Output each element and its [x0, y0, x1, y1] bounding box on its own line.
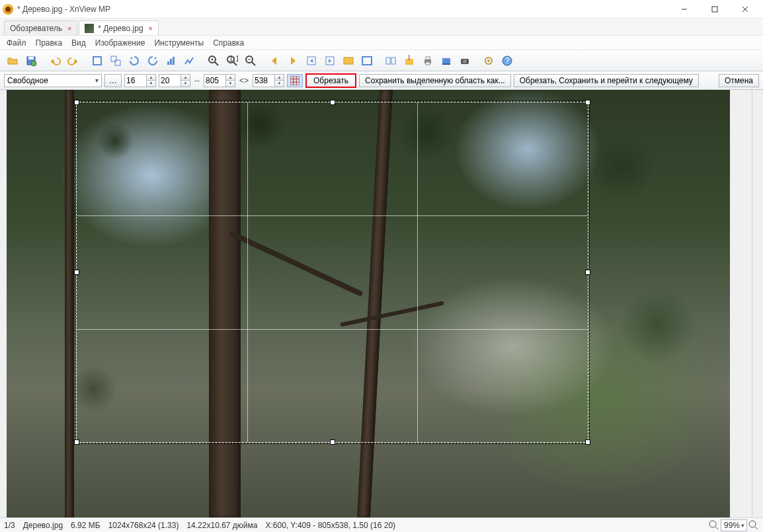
resize-handle[interactable] [585, 439, 590, 445]
save-selection-button[interactable]: Сохранить выделенную область как... [359, 74, 511, 87]
save-button[interactable] [22, 52, 40, 69]
svg-rect-42 [290, 76, 300, 85]
redo-button[interactable] [65, 52, 82, 69]
minimize-button[interactable] [669, 0, 700, 19]
titlebar: * Дерево.jpg - XnView MP [0, 0, 763, 19]
resize-handle[interactable] [74, 439, 79, 445]
levels-button[interactable] [163, 52, 180, 69]
swap-button[interactable]: <> [238, 76, 250, 85]
fullscreen-button[interactable] [358, 52, 376, 69]
menu-image[interactable]: Изображение [95, 38, 145, 48]
crop-button[interactable] [89, 52, 106, 69]
zoom-out-icon[interactable] [709, 520, 719, 531]
auto-levels-button[interactable] [181, 52, 198, 69]
crop-selection[interactable] [76, 102, 588, 443]
zoom-out-button[interactable] [242, 52, 259, 69]
tab-label: Обозреватель [10, 24, 62, 33]
resize-handle[interactable] [74, 100, 79, 105]
status-index: 1/3 [4, 521, 15, 530]
help-button[interactable]: ? [499, 52, 516, 69]
crop-save-next-button[interactable]: Обрезать, Сохранить и перейти к следующе… [514, 74, 699, 87]
resize-button[interactable] [107, 52, 124, 69]
crop-mode-value: Свободное [7, 76, 48, 85]
svg-rect-12 [173, 57, 175, 65]
crop-toolbar: Свободное … ▲▼ ▲▼ -- ▲▼ <> ▲▼ Обрезать С… [0, 71, 763, 90]
resize-handle[interactable] [74, 270, 79, 275]
svg-point-47 [709, 521, 716, 527]
statusbar: 1/3 Дерево.jpg 6.92 МБ 1024x768x24 (1.33… [0, 517, 763, 532]
rotate-left-button[interactable] [126, 52, 143, 69]
prev-image-button[interactable] [266, 52, 283, 69]
zoom-controls: 99% [709, 519, 759, 531]
maximize-button[interactable] [700, 0, 730, 19]
menu-tools[interactable]: Инструменты [154, 38, 204, 48]
grid-toggle-button[interactable] [287, 74, 303, 87]
svg-text:T: T [407, 55, 412, 62]
crop-mode-combo[interactable]: Свободное [4, 74, 102, 87]
zoom-in-icon[interactable] [748, 520, 759, 531]
resize-handle[interactable] [330, 439, 335, 445]
scan-button[interactable] [438, 52, 455, 69]
rotate-right-button[interactable] [144, 52, 161, 69]
zoom-100-button[interactable]: 1:1 [223, 52, 241, 69]
svg-rect-27 [386, 57, 390, 64]
tab-image[interactable]: * Дерево.jpg × [79, 20, 158, 35]
svg-text:?: ? [505, 56, 510, 65]
status-dimensions: 1024x768x24 (1.33) [108, 521, 179, 530]
document-tabs: Обозреватель × * Дерево.jpg × [0, 19, 763, 36]
menu-help[interactable]: Справка [213, 38, 244, 48]
last-page-button[interactable] [321, 52, 339, 69]
svg-rect-34 [442, 58, 450, 63]
svg-point-37 [463, 59, 467, 63]
vertical-scrollbar[interactable] [752, 90, 763, 517]
status-physical: 14.22x10.67 дюйма [186, 521, 257, 530]
crop-presets-button[interactable]: … [104, 74, 122, 87]
svg-point-6 [31, 61, 36, 66]
menu-edit[interactable]: Правка [36, 38, 63, 48]
cancel-button[interactable]: Отмена [719, 74, 759, 87]
svg-rect-8 [111, 56, 116, 61]
svg-point-49 [749, 521, 756, 527]
svg-rect-9 [115, 60, 120, 65]
first-page-button[interactable] [303, 52, 320, 69]
svg-rect-1 [712, 7, 717, 12]
image-canvas[interactable] [7, 90, 730, 517]
dash-separator: -- [193, 76, 201, 85]
status-filename: Дерево.jpg [23, 521, 63, 530]
crop-button[interactable]: Обрезать [305, 73, 356, 88]
crop-x-input[interactable]: ▲▼ [124, 74, 156, 87]
svg-rect-33 [426, 62, 430, 65]
crop-width-input[interactable]: ▲▼ [204, 74, 235, 87]
svg-rect-11 [170, 59, 172, 65]
crop-height-input[interactable]: ▲▼ [253, 74, 284, 87]
main-toolbar: 1:1 T ? [0, 50, 763, 71]
tab-browser[interactable]: Обозреватель × [4, 20, 77, 35]
resize-handle[interactable] [330, 100, 335, 105]
zoom-combo[interactable]: 99% [721, 519, 747, 531]
settings-button[interactable] [480, 52, 497, 69]
next-image-button[interactable] [284, 52, 301, 69]
slideshow-button[interactable] [340, 52, 357, 69]
resize-handle[interactable] [585, 270, 590, 275]
svg-rect-25 [344, 57, 353, 64]
svg-point-39 [487, 59, 490, 62]
resize-handle[interactable] [585, 100, 590, 105]
text-overlay-button[interactable]: T [401, 52, 418, 69]
close-tab-icon[interactable]: × [146, 24, 155, 33]
crop-y-input[interactable]: ▲▼ [159, 74, 190, 87]
grid-line [417, 102, 418, 442]
close-tab-icon[interactable]: × [65, 24, 74, 33]
zoom-in-button[interactable] [205, 52, 222, 69]
tab-thumbnail [85, 24, 94, 33]
print-button[interactable] [419, 52, 436, 69]
menu-file[interactable]: Файл [7, 38, 26, 48]
menu-view[interactable]: Вид [71, 38, 86, 48]
undo-button[interactable] [46, 52, 63, 69]
grid-line [247, 102, 248, 442]
svg-rect-26 [362, 57, 372, 65]
svg-line-50 [755, 527, 758, 529]
acquire-button[interactable] [456, 52, 473, 69]
compare-button[interactable] [382, 52, 399, 69]
open-button[interactable] [4, 52, 21, 69]
close-button[interactable] [730, 0, 760, 19]
